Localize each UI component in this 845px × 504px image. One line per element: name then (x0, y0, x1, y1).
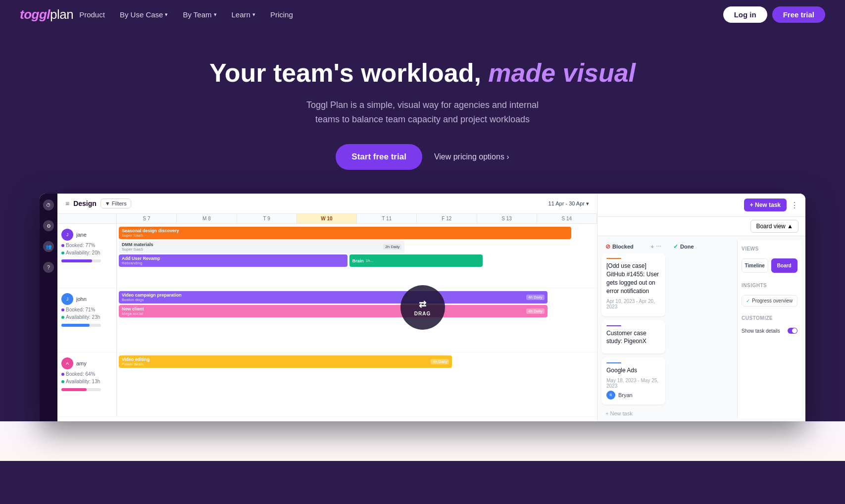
nav-learn[interactable]: Learn ▾ (226, 7, 261, 22)
day-s14: S 14 (537, 214, 597, 223)
list-item[interactable]: Video editing Power beats 4h Daily (119, 355, 452, 368)
nav-by-use-case[interactable]: By Use Case ▾ (114, 7, 174, 22)
day-f12: F 12 (417, 214, 477, 223)
card-date: Apr 10, 2023 - Apr 20, 2023 (606, 299, 660, 309)
view-buttons: Timeline Board (742, 258, 797, 273)
views-section-label: VIEWS (742, 246, 797, 252)
nav-pricing[interactable]: Pricing (264, 7, 299, 22)
progress-bar-bg (61, 259, 101, 262)
bottom-section (0, 421, 845, 461)
list-item[interactable]: Video campaign preparation Boston dogs 4… (119, 291, 547, 303)
hero-subtitle: Toggl Plan is a simple, visual way for a… (294, 98, 551, 127)
availability-stat: Availability: 23h (61, 314, 112, 320)
day-s13: S 13 (477, 214, 537, 223)
day-w10: W 10 (297, 214, 357, 223)
new-task-button[interactable]: + New task (744, 199, 787, 211)
toggle-show-task[interactable] (788, 328, 797, 334)
availability-stat: Availability: 20h (61, 250, 112, 255)
table-row: J john Booked: 71% Availability: 23h (57, 288, 597, 353)
progress-bar-bg (61, 388, 101, 391)
app-mockup: ⏱ ⚙ 👥 ? ≡ Design ▼ Filters 11 Apr - 30 A… (40, 194, 805, 421)
chevron-down-icon: ▾ (214, 11, 217, 18)
progress-overview-chip[interactable]: ✓ Progress overview (742, 295, 797, 306)
insights-label: INSIGHTS (742, 283, 797, 288)
more-icon[interactable]: ⋮ (791, 201, 798, 210)
customize-label: CUSTOMIZE (742, 315, 797, 321)
nav-links: Product By Use Case ▾ By Team ▾ Learn ▾ … (73, 7, 723, 22)
list-item[interactable]: Add User Revamp Rebranding (119, 254, 348, 267)
project-name: Design (73, 200, 97, 207)
board-card: Customer case study: PigeonX (601, 320, 665, 354)
board-card: Google Ads May 18, 2023 - May 25, 2023 B… (601, 357, 665, 404)
booked-stat: Booked: 77% (61, 243, 112, 248)
add-task-button[interactable]: + New task (601, 408, 665, 418)
table-row: A amy Booked: 64% Availability: 13h (57, 353, 597, 417)
timeline-header: ≡ Design ▼ Filters 11 Apr - 30 Apr ▾ (57, 194, 597, 214)
card-date: May 18, 2023 - May 25, 2023 (606, 378, 660, 389)
drag-overlay: ⇄ DRAG (400, 285, 445, 330)
toggle-knob (792, 328, 797, 333)
board-view-button[interactable]: Board view ▲ (750, 220, 798, 233)
board-card: [Odd use case] GitHub #1455: User gets l… (601, 253, 665, 316)
start-trial-button[interactable]: Start free trial (336, 144, 422, 170)
person-info-john: J john Booked: 71% Availability: 23h (57, 288, 117, 352)
sidebar-people-icon[interactable]: 👥 (43, 241, 54, 252)
hero-title: Your team's workload, made visual (10, 58, 835, 88)
list-item[interactable]: New client Mega social 4h Daily (119, 305, 547, 317)
navbar: toggl plan Product By Use Case ▾ By Team… (0, 0, 845, 29)
avatar: J (61, 229, 73, 241)
card-title: Customer case study: PigeonX (606, 329, 660, 346)
view-pricing-link[interactable]: View pricing options › (434, 152, 509, 161)
board-panel: + New task ⋮ Board view ▲ ⊘ Blocked + ⋯ (597, 194, 805, 421)
nav-actions: Log in Free trial (723, 6, 825, 23)
board-view-tab[interactable]: Board (771, 258, 798, 273)
tasks-area-john: Video campaign preparation Boston dogs 4… (117, 288, 597, 352)
login-button[interactable]: Log in (723, 6, 767, 23)
table-row: J jane Booked: 77% Availability: 20h (57, 224, 597, 288)
list-item[interactable]: Seasonal design discovery Super SaaS (119, 227, 571, 239)
logo[interactable]: toggl plan (20, 7, 73, 22)
timeline-view-button[interactable]: Timeline (742, 258, 768, 273)
day-t9: T 9 (237, 214, 297, 223)
filters-button[interactable]: ▼ Filters (100, 199, 131, 208)
sidebar-gear-icon[interactable]: ⚙ (43, 220, 54, 231)
person-name: john (76, 296, 87, 302)
list-item[interactable]: DMM materials Super SaaS 2h Daily (119, 241, 404, 253)
day-t11: T 11 (357, 214, 417, 223)
date-range[interactable]: 11 Apr - 30 Apr ▾ (548, 201, 589, 207)
board-column-blocked: ⊘ Blocked + ⋯ [Odd use case] GitHub #145… (601, 240, 665, 418)
more-icon[interactable]: ⋯ (656, 244, 661, 250)
add-icon[interactable]: + (651, 244, 654, 250)
progress-bar-fill (61, 324, 90, 327)
board-body: ⊘ Blocked + ⋯ [Odd use case] GitHub #145… (597, 236, 805, 421)
person-name: Bryan (618, 392, 633, 398)
tasks-area-jane: Seasonal design discovery Super SaaS DMM… (117, 224, 597, 288)
nav-by-team[interactable]: By Team ▾ (177, 7, 222, 22)
card-title: Google Ads (606, 366, 660, 375)
hero-section: Your team's workload, made visual Toggl … (0, 29, 845, 170)
blocked-icon: ⊘ (605, 243, 610, 250)
list-item[interactable]: Brain 1h... (349, 254, 483, 267)
drag-arrows-icon: ⇄ (419, 299, 427, 310)
person-col-header (57, 214, 117, 223)
views-sidebar: VIEWS Timeline Board INSIGHTS ✓ Progress… (737, 240, 801, 418)
screenshot-area: ⏱ ⚙ 👥 ? ≡ Design ▼ Filters 11 Apr - 30 A… (0, 194, 845, 421)
timeline-panel: ≡ Design ▼ Filters 11 Apr - 30 Apr ▾ S 7… (57, 194, 597, 421)
nav-product[interactable]: Product (73, 7, 111, 22)
avatar: B (606, 391, 615, 400)
person-info-amy: A amy Booked: 64% Availability: 13h (57, 353, 117, 416)
card-title: [Odd use case] GitHub #1455: User gets l… (606, 262, 660, 295)
sidebar-clock-icon[interactable]: ⏱ (43, 200, 54, 210)
sidebar-help-icon[interactable]: ? (43, 262, 54, 273)
menu-icon: ≡ (65, 200, 69, 207)
person-name: jane (76, 232, 87, 238)
board-header: + New task ⋮ (597, 194, 805, 217)
availability-stat: Availability: 13h (61, 379, 112, 384)
free-trial-nav-button[interactable]: Free trial (772, 6, 825, 23)
day-columns: S 7 M 8 T 9 W 10 T 11 F 12 S 13 S 14 (117, 214, 597, 223)
progress-bar-fill (61, 388, 87, 391)
progress-bar-fill (61, 259, 92, 262)
booked-stat: Booked: 64% (61, 371, 112, 377)
task-row: Add User Revamp Rebranding Brain 1h... (119, 254, 595, 268)
chevron-down-icon: ▾ (165, 11, 168, 18)
